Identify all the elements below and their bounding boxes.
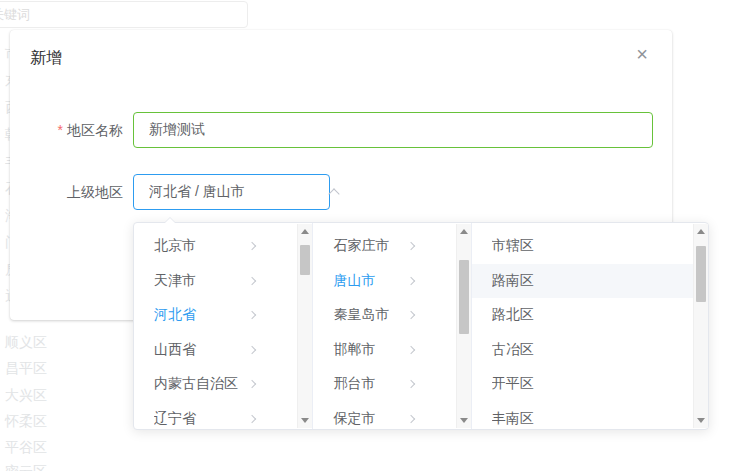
cascader-option[interactable]: 邢台市 (313, 367, 455, 402)
cascader-option[interactable]: 市辖区 (472, 229, 693, 264)
region-name-input[interactable] (134, 113, 652, 147)
background-region-item: 顺义区 (5, 332, 47, 352)
scroll-thumb[interactable] (696, 246, 706, 302)
cascader-option[interactable]: 丰南区 (472, 402, 693, 430)
scrollbar[interactable] (693, 224, 708, 428)
cascader-option[interactable]: 开平区 (472, 367, 693, 402)
region-name-field (133, 112, 653, 148)
background-region-item: 密云区 (5, 461, 47, 471)
cascader-option[interactable]: 山西省 (134, 333, 297, 368)
cascader-option[interactable]: 唐山市 (313, 264, 455, 299)
background-region-item: 大兴区 (5, 385, 47, 405)
cascader-option[interactable]: 内蒙古自治区 (134, 367, 297, 402)
cascader-option[interactable]: 秦皇岛市 (313, 298, 455, 333)
cascader-option[interactable]: 邯郸市 (313, 333, 455, 368)
required-asterisk: * (58, 122, 63, 138)
cascader-option[interactable]: 北京市 (134, 229, 297, 264)
cascader-option[interactable]: 河北省 (134, 298, 297, 333)
scroll-down-button[interactable] (694, 413, 708, 428)
background-region-item: 昌平区 (5, 358, 47, 378)
keyword-search-box (0, 1, 248, 28)
cascader-column-districts: 市辖区 路南区 路北区 古冶区 开平区 丰南区 (472, 223, 708, 429)
keyword-search-input[interactable] (0, 2, 247, 27)
dialog-title: 新增 (30, 46, 62, 70)
parent-region-label: 上级地区 (10, 174, 123, 210)
cascader-dropdown: 北京市 天津市 河北省 山西省 内蒙古自治区 辽宁省 (133, 222, 709, 430)
scroll-down-button[interactable] (298, 413, 312, 428)
scroll-thumb[interactable] (459, 260, 469, 334)
parent-region-cascader[interactable] (133, 174, 330, 210)
cascader-option[interactable]: 石家庄市 (313, 229, 455, 264)
close-icon[interactable]: × (630, 42, 654, 66)
scroll-up-button[interactable] (457, 224, 471, 239)
cascader-option[interactable]: 辽宁省 (134, 402, 297, 430)
scrollbar[interactable] (456, 224, 471, 428)
scroll-thumb[interactable] (300, 245, 310, 275)
cascader-option[interactable]: 天津市 (134, 264, 297, 299)
scrollbar[interactable] (297, 224, 312, 428)
scroll-up-button[interactable] (694, 224, 708, 239)
cascader-option[interactable]: 路北区 (472, 298, 693, 333)
background-region-item: 怀柔区 (5, 411, 47, 431)
scroll-up-button[interactable] (298, 224, 312, 239)
parent-region-input[interactable] (134, 175, 330, 209)
cascader-column-cities: 石家庄市 唐山市 秦皇岛市 邯郸市 邢台市 保定市 (313, 223, 471, 429)
cascader-column-provinces: 北京市 天津市 河北省 山西省 内蒙古自治区 辽宁省 (134, 223, 313, 429)
background-region-item: 平谷区 (5, 437, 47, 457)
cascader-option[interactable]: 路南区 (472, 264, 693, 299)
cascader-option[interactable]: 保定市 (313, 402, 455, 430)
chevron-up-icon (328, 188, 339, 199)
scroll-down-button[interactable] (457, 413, 471, 428)
cascader-option[interactable]: 古冶区 (472, 333, 693, 368)
region-name-label: *地区名称 (10, 112, 123, 148)
